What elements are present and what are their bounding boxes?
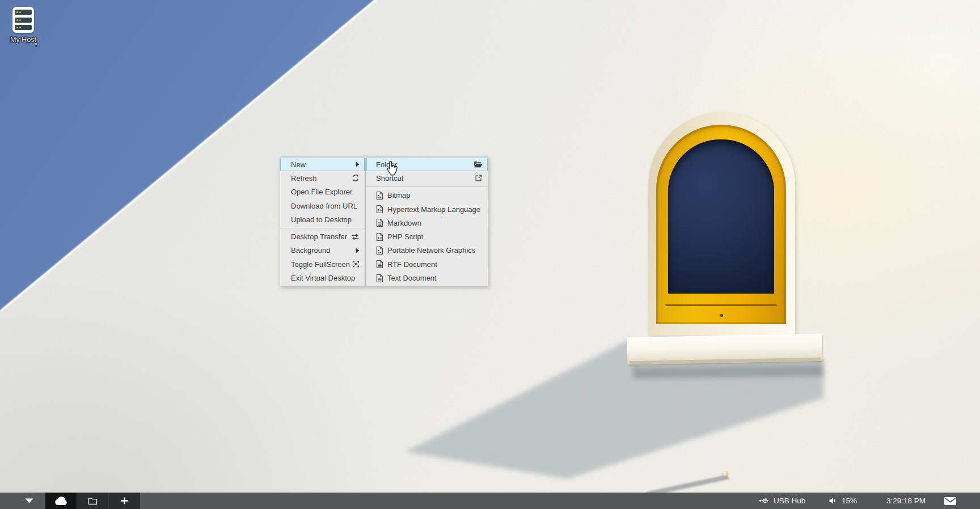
menu-item-new[interactable]: New [280,158,365,171]
usb-label: USB Hub [774,493,805,509]
window-recess [648,112,795,336]
submenu-item-shortcut[interactable]: Shortcut [366,171,488,185]
volume-tray-item[interactable] [829,493,837,509]
desktop-icon-my-host[interactable]: My Host [5,7,41,44]
refresh-icon [352,174,360,182]
window-glass [668,139,774,294]
window-frame [656,125,786,324]
usb-tray-item[interactable] [757,493,771,509]
window-frame-knob [720,314,723,317]
submenu-item-rtf-document[interactable]: RTF Document [366,257,488,271]
taskbar-clock[interactable]: 3:29:18 PM [886,493,926,509]
speaker-icon [829,497,837,505]
submenu-item-hypertext-markup-language[interactable]: Hypertext Markup Language [366,202,488,216]
folder-icon [88,497,98,505]
menu-item-exit-virtual-desktop[interactable]: Exit Virtual Desktop [280,271,365,285]
file-code-icon [376,205,383,214]
wall-spout [723,471,728,477]
file-image-icon [376,191,383,200]
menu-item-refresh[interactable]: Refresh [280,171,365,185]
cloud-icon [54,496,69,506]
usb-icon [757,496,771,506]
taskbar-buttons [45,493,140,509]
expand-icon [352,261,360,268]
server-slat [15,25,32,30]
server-icon [12,7,34,33]
folder-open-icon [474,161,483,168]
menu-item-background[interactable]: Background [280,244,365,257]
hand-cursor [386,160,399,176]
submenu-item-markdown[interactable]: Markdown [366,216,488,230]
server-slat [15,10,32,15]
menu-separator [280,228,365,228]
server-slat [15,18,32,23]
mail-tray-item[interactable] [944,493,957,509]
menu-item-open-file-explorer[interactable]: Open File Explorer [280,185,365,199]
menu-item-toggle-fullscreen[interactable]: Toggle FullScreen [280,257,365,271]
volume-percent: 15% [842,493,857,509]
submenu-item-folder[interactable]: Folder [366,158,488,171]
cloud-button[interactable] [45,493,77,509]
submenu-item-portable-network-graphics[interactable]: Portable Network Graphics [366,244,488,257]
taskbar: USB Hub 15% 3:29:18 PM [0,493,980,509]
transfer-icon [351,233,360,240]
external-link-icon [475,174,483,182]
menu-separator [366,186,488,187]
chevron-down-icon [25,498,33,503]
desktop-icon-label: My Host [5,36,41,44]
submenu-item-php-script[interactable]: PHP Script [366,230,488,243]
window-sill [627,334,823,365]
window-frame-groove [665,304,777,306]
submenu-arrow-icon [356,248,360,253]
file-lines-icon [376,218,383,227]
file-image-icon [376,246,383,255]
new-submenu: Folder Shortcut Bitmap [366,156,488,286]
plus-icon [120,497,129,505]
taskbar-collapse-button[interactable] [20,493,37,509]
menu-item-download-from-url[interactable]: Download from URL [280,199,365,213]
file-lines-icon [376,260,383,269]
submenu-arrow-icon [356,162,360,167]
file-code-icon [376,232,383,241]
menu-item-upload-to-desktop[interactable]: Upload to Desktop [280,213,365,226]
file-explorer-button[interactable] [77,493,108,509]
virtual-desktop: My Host New Refresh Open File Explorer D… [0,0,980,509]
desktop-context-menu: New Refresh Open File Explorer Download … [280,156,365,286]
envelope-icon [944,497,957,506]
menu-item-desktop-transfer[interactable]: Desktop Transfer [280,230,365,243]
file-lines-icon [376,274,383,283]
new-window-button[interactable] [108,493,140,509]
submenu-item-bitmap[interactable]: Bitmap [366,189,488,202]
submenu-item-text-document[interactable]: Text Document [366,271,488,285]
